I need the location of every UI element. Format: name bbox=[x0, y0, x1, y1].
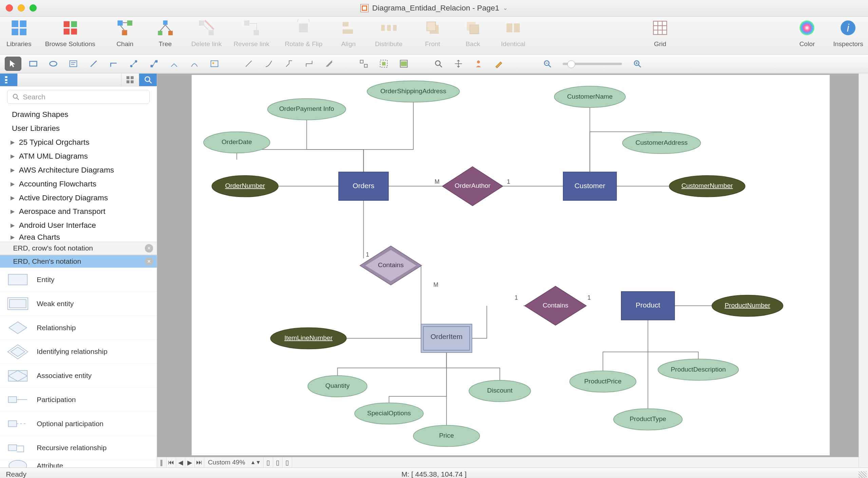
shape-relationship[interactable]: Relationship bbox=[0, 316, 157, 340]
svg-rect-53 bbox=[155, 60, 157, 63]
browse-solutions-button[interactable]: Browse Solutions bbox=[45, 19, 95, 48]
connector-tool-3[interactable] bbox=[166, 57, 183, 71]
connector-tool-4[interactable] bbox=[186, 57, 203, 71]
zoom-tool[interactable] bbox=[430, 57, 447, 71]
shape-entity[interactable]: Entity bbox=[0, 268, 157, 292]
attr-orderdate[interactable]: OrderDate bbox=[204, 132, 270, 153]
lib-item[interactable]: ▶Area Charts bbox=[0, 232, 157, 242]
sidebar-tab-search[interactable] bbox=[139, 74, 156, 86]
tree-button[interactable]: Tree bbox=[151, 19, 180, 48]
shape-participation[interactable]: Participation bbox=[0, 388, 157, 412]
grid-button[interactable]: Grid bbox=[646, 19, 675, 48]
next-page-button[interactable]: ▶ bbox=[185, 457, 195, 467]
zoom-out-button[interactable] bbox=[539, 57, 555, 71]
sidebar-tab-grid[interactable] bbox=[121, 74, 139, 86]
attr-quantity[interactable]: Quantity bbox=[308, 376, 367, 397]
group-tool-1[interactable] bbox=[355, 57, 372, 71]
chain-button[interactable]: Chain bbox=[111, 19, 139, 48]
inspectors-button[interactable]: iInspectors bbox=[833, 19, 863, 48]
last-page-button[interactable]: ⏭ bbox=[195, 457, 204, 467]
rel-contains-1[interactable]: Contains bbox=[360, 246, 422, 285]
svg-rect-61 bbox=[401, 61, 407, 66]
connector-tool-2[interactable] bbox=[146, 57, 162, 71]
lib-item[interactable]: User Libraries bbox=[0, 121, 157, 135]
lib-item[interactable]: Drawing Shapes bbox=[0, 107, 157, 121]
resize-corner-icon[interactable] bbox=[858, 471, 867, 478]
attr-ordershipping[interactable]: OrderShippingAddress bbox=[367, 81, 459, 102]
pointer-tool[interactable] bbox=[5, 57, 21, 71]
sidebar-tab-tree[interactable] bbox=[0, 74, 18, 86]
connector-tool-1[interactable] bbox=[126, 57, 142, 71]
attr-productprice[interactable]: ProductPrice bbox=[570, 371, 636, 392]
arrow-tool-5[interactable] bbox=[321, 57, 338, 71]
zoom-slider[interactable] bbox=[563, 63, 622, 65]
entity-customer[interactable]: Customer bbox=[563, 172, 617, 200]
attr-price[interactable]: Price bbox=[413, 425, 480, 447]
lib-item[interactable]: ▶Accounting Flowcharts bbox=[0, 177, 157, 191]
color-button[interactable]: Color bbox=[793, 19, 822, 48]
lib-item[interactable]: ▶Active Directory Diagrams bbox=[0, 191, 157, 205]
view-mode-3[interactable]: ▯ bbox=[283, 457, 292, 467]
close-icon[interactable]: × bbox=[145, 257, 153, 265]
shape-recursive-rel[interactable]: Recursive relationship bbox=[0, 436, 157, 460]
libraries-button[interactable]: Libraries bbox=[5, 19, 33, 48]
elbow-tool[interactable] bbox=[106, 57, 122, 71]
person-tool[interactable] bbox=[470, 57, 487, 71]
svg-rect-13 bbox=[163, 20, 167, 25]
lib-item[interactable]: ▶Aerospace and Transport bbox=[0, 204, 157, 218]
attr-productdesc[interactable]: ProductDescription bbox=[658, 359, 738, 380]
view-mode-2[interactable]: ▯ bbox=[273, 457, 283, 467]
key-customernumber[interactable]: CustomerNumber bbox=[669, 176, 745, 197]
zoom-in-button[interactable] bbox=[629, 57, 646, 71]
shape-weak-entity[interactable]: Weak entity bbox=[0, 292, 157, 316]
pencil-tool[interactable] bbox=[490, 57, 507, 71]
lib-item[interactable]: ▶Android User Interface bbox=[0, 218, 157, 232]
key-productnumber[interactable]: ProductNumber bbox=[712, 295, 783, 316]
key-itemlinenumber[interactable]: ItemLineNumber bbox=[270, 328, 346, 349]
attr-discount[interactable]: Discount bbox=[469, 380, 531, 402]
collapse-button[interactable]: ∥ bbox=[157, 457, 167, 467]
close-icon[interactable]: × bbox=[145, 244, 153, 252]
arrow-tool-1[interactable] bbox=[241, 57, 257, 71]
view-mode-1[interactable]: ▯ bbox=[264, 457, 273, 467]
svg-text:Price: Price bbox=[439, 432, 454, 439]
lib-item[interactable]: ▶25 Typical Orgcharts bbox=[0, 135, 157, 149]
line-tool[interactable] bbox=[85, 57, 102, 71]
arrow-tool-2[interactable] bbox=[261, 57, 277, 71]
rel-orderauthor[interactable]: OrderAuthor bbox=[442, 167, 503, 206]
arrow-tool-4[interactable] bbox=[301, 57, 318, 71]
group-tool-2[interactable] bbox=[376, 57, 392, 71]
shape-attribute[interactable]: Attribute bbox=[0, 460, 157, 468]
stencil-tab-crowsfoot[interactable]: ERD, crow's foot notation× bbox=[0, 242, 157, 255]
entity-orders[interactable]: Orders bbox=[339, 172, 389, 200]
entity-orderitem[interactable]: OrderItem bbox=[421, 324, 472, 353]
image-tool[interactable] bbox=[206, 57, 223, 71]
prev-page-button[interactable]: ◀ bbox=[176, 457, 186, 467]
ellipse-tool[interactable] bbox=[45, 57, 62, 71]
rect-tool[interactable] bbox=[25, 57, 41, 71]
arrow-tool-3[interactable] bbox=[281, 57, 297, 71]
shape-associative-entity[interactable]: Associative entity bbox=[0, 364, 157, 388]
zoom-selector[interactable]: Custom 49% ▲▼ bbox=[204, 457, 264, 467]
lib-item[interactable]: ▶ATM UML Diagrams bbox=[0, 149, 157, 163]
diagram-canvas[interactable]: M 1 1 M 1 1 Orders Customer Product Orde… bbox=[191, 75, 830, 456]
shape-identifying-rel[interactable]: Identifying relationship bbox=[0, 340, 157, 364]
attr-specialoptions[interactable]: SpecialOptions bbox=[355, 403, 423, 424]
key-ordernumber[interactable]: OrderNumber bbox=[212, 176, 278, 197]
rel-contains-2[interactable]: Contains bbox=[525, 286, 586, 325]
first-page-button[interactable]: ⏮ bbox=[167, 457, 176, 467]
search-input[interactable]: Search bbox=[7, 90, 150, 104]
pan-tool[interactable] bbox=[450, 57, 467, 71]
attr-customeraddress[interactable]: CustomerAddress bbox=[622, 132, 700, 154]
text-tool[interactable] bbox=[65, 57, 82, 71]
chevron-down-icon[interactable]: ⌄ bbox=[503, 4, 508, 12]
attr-orderpayment[interactable]: OrderPayment Info bbox=[267, 99, 345, 120]
lib-item[interactable]: ▶AWS Architecture Diagrams bbox=[0, 163, 157, 177]
vertical-scrollbar[interactable] bbox=[858, 74, 868, 468]
shape-optional-participation[interactable]: Optional participation bbox=[0, 412, 157, 436]
entity-product[interactable]: Product bbox=[621, 292, 675, 320]
group-tool-3[interactable] bbox=[396, 57, 412, 71]
stencil-tab-chen[interactable]: ERD, Chen's notation× bbox=[0, 255, 157, 268]
attr-customername[interactable]: CustomerName bbox=[554, 86, 626, 107]
attr-producttype[interactable]: ProductType bbox=[614, 409, 682, 430]
